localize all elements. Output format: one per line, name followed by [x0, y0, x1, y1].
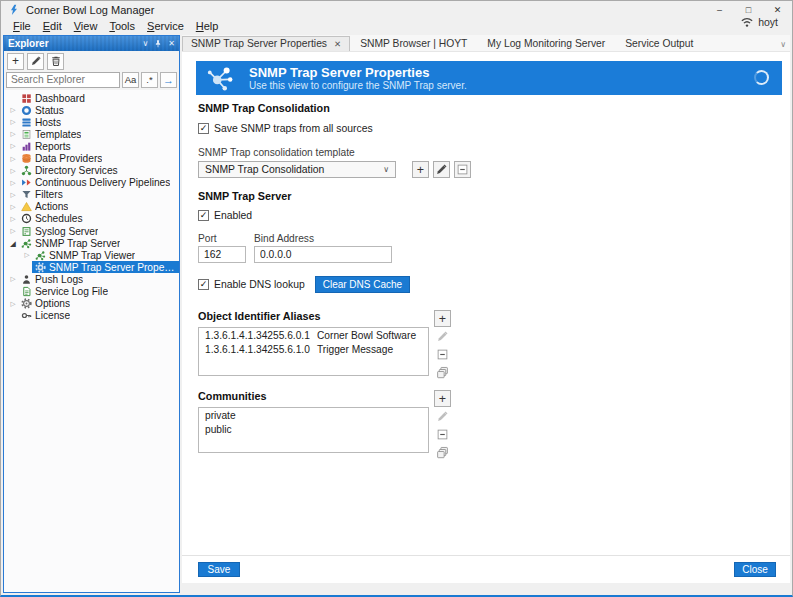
explorer-header: Explorer ∨ ✕	[4, 36, 179, 51]
tree-item-body: Directory Services	[18, 165, 121, 177]
tree-item-label: Service Log File	[35, 286, 108, 297]
edit-community-button[interactable]	[434, 408, 451, 425]
panel-pin-icon[interactable]	[153, 39, 163, 49]
add-template-button[interactable]: +	[412, 161, 429, 178]
community-row[interactable]: public	[199, 422, 428, 436]
expander-icon[interactable]: ▷	[8, 179, 18, 187]
community-name: public	[205, 424, 232, 435]
edit-alias-button[interactable]	[434, 328, 451, 345]
tree-item-filters[interactable]: ▷Filters	[4, 189, 179, 201]
tree-item-label: License	[35, 310, 70, 321]
expander-icon[interactable]: ▷	[22, 251, 32, 259]
tree-item-options[interactable]: ▷Options	[4, 298, 179, 310]
port-input[interactable]	[198, 246, 246, 263]
tree-item-dashboard[interactable]: Dashboard	[4, 92, 179, 104]
tab-snmp-trap-server-properties[interactable]: SNMP Trap Server Properties✕	[182, 36, 350, 51]
menu-item-file[interactable]: File	[7, 20, 37, 32]
add-community-button[interactable]: +	[434, 390, 451, 407]
community-row[interactable]: private	[199, 408, 428, 422]
tree-item-snmp-trap-server[interactable]: ◢SNMP Trap Server	[4, 237, 179, 249]
copy-alias-button[interactable]	[434, 364, 451, 381]
page-subtitle: Use this view to configure the SNMP Trap…	[249, 80, 467, 92]
expander-icon[interactable]: ▷	[8, 118, 18, 126]
tree-item-syslog-server[interactable]: ▷Syslog Server	[4, 225, 179, 237]
expander-icon[interactable]: ▷	[8, 106, 18, 114]
tree-item-data-providers[interactable]: ▷Data Providers	[4, 152, 179, 164]
dns-lookup-checkbox[interactable]: ✓	[198, 279, 209, 290]
search-input[interactable]	[6, 72, 120, 88]
tab-close-icon[interactable]: ✕	[334, 39, 341, 49]
footer-bar: Save Close	[182, 555, 790, 583]
expander-icon[interactable]: ▷	[8, 300, 18, 308]
tab-label: SNMP Browser | HOYT	[360, 38, 467, 49]
save-traps-checkbox[interactable]: ✓	[198, 123, 209, 134]
panel-close-icon[interactable]: ✕	[168, 39, 175, 49]
menu-item-edit[interactable]: Edit	[37, 20, 68, 32]
expander-icon[interactable]: ▷	[8, 227, 18, 235]
expander-icon[interactable]: ▷	[8, 167, 18, 175]
explorer-title: Explorer	[8, 38, 49, 49]
minimize-button[interactable]: –	[705, 1, 734, 19]
enabled-checkbox[interactable]: ✓	[198, 210, 209, 221]
tree-item-body: Syslog Server	[18, 225, 101, 237]
tree-item-reports[interactable]: ▷Reports	[4, 140, 179, 152]
copy-community-button[interactable]	[434, 444, 451, 461]
tab-overflow-chevron-icon[interactable]: ∨	[780, 40, 786, 51]
snmp-trap-viewer-icon	[35, 250, 46, 261]
bind-address-input[interactable]	[254, 246, 392, 263]
tree-item-directory-services[interactable]: ▷Directory Services	[4, 165, 179, 177]
add-button[interactable]: +	[7, 53, 24, 70]
edit-button[interactable]	[27, 53, 44, 70]
tree-item-snmp-trap-server-properties[interactable]: SNMP Trap Server Properties	[4, 261, 179, 273]
expander-icon[interactable]: ▷	[8, 142, 18, 150]
tree-item-schedules[interactable]: ▷Schedules	[4, 213, 179, 225]
save-button[interactable]: Save	[198, 562, 240, 577]
tree-item-hosts[interactable]: ▷Hosts	[4, 116, 179, 128]
tree-item-push-logs[interactable]: ▷Push Logs	[4, 273, 179, 285]
tree-item-continuous-delivery-pipelines[interactable]: ▷Continuous Delivery Pipelines	[4, 177, 179, 189]
tab-snmp-browser-hoyt[interactable]: SNMP Browser | HOYT	[350, 37, 477, 51]
match-case-button[interactable]: Aa	[122, 72, 139, 88]
tab-service-output[interactable]: Service Output	[615, 37, 703, 51]
template-dropdown[interactable]: SNMP Trap Consolidation ∨	[198, 161, 396, 178]
clear-dns-cache-button[interactable]: Clear DNS Cache	[315, 276, 410, 293]
remove-community-button[interactable]	[434, 426, 451, 443]
menu-item-help[interactable]: Help	[190, 20, 225, 32]
expander-icon[interactable]: ▷	[8, 191, 18, 199]
search-go-button[interactable]: →	[160, 72, 177, 88]
expander-icon[interactable]: ◢	[8, 239, 18, 248]
tree-item-body: Status	[18, 104, 67, 116]
enabled-checkbox-row[interactable]: ✓ Enabled	[198, 210, 790, 221]
panel-chevron-down-icon[interactable]: ∨	[142, 39, 148, 49]
tab-my-log-monitoring-server[interactable]: My Log Monitoring Server	[477, 37, 615, 51]
expander-icon[interactable]: ▷	[8, 203, 18, 211]
tree-item-service-log-file[interactable]: Service Log File	[4, 286, 179, 298]
tree-item-snmp-trap-viewer[interactable]: ▷SNMP Trap Viewer	[4, 249, 179, 261]
menu-item-view[interactable]: View	[68, 20, 104, 32]
expander-icon[interactable]: ▷	[8, 215, 18, 223]
expander-icon[interactable]: ▷	[8, 155, 18, 163]
add-alias-button[interactable]: +	[434, 310, 451, 327]
remove-template-button[interactable]	[454, 161, 471, 178]
expander-icon[interactable]: ▷	[8, 130, 18, 138]
regex-button[interactable]: .*	[141, 72, 158, 88]
expander-icon[interactable]: ▷	[8, 275, 18, 283]
alias-row[interactable]: 1.3.6.1.4.1.34255.6.1.0Trigger Message	[199, 342, 428, 356]
menu-item-tools[interactable]: Tools	[103, 20, 141, 32]
dashboard-icon	[21, 93, 32, 104]
tree-item-actions[interactable]: ▷Actions	[4, 201, 179, 213]
save-traps-checkbox-row[interactable]: ✓ Save SNMP traps from all sources	[198, 123, 790, 134]
menu-item-service[interactable]: Service	[141, 20, 190, 32]
alias-row[interactable]: 1.3.6.1.4.1.34255.6.0.1Corner Bowl Softw…	[199, 328, 428, 342]
tree-item-templates[interactable]: ▷Templates	[4, 128, 179, 140]
remove-alias-button[interactable]	[434, 346, 451, 363]
tree-item-status[interactable]: ▷Status	[4, 104, 179, 116]
oid-alias-list[interactable]: 1.3.6.1.4.1.34255.6.0.1Corner Bowl Softw…	[198, 327, 429, 376]
tree-item-body: Dashboard	[18, 92, 88, 104]
close-button[interactable]: Close	[734, 562, 776, 577]
communities-list[interactable]: privatepublic	[198, 407, 429, 453]
delete-button[interactable]	[47, 53, 64, 70]
edit-template-button[interactable]	[433, 161, 450, 178]
loading-spinner-icon	[754, 70, 769, 85]
tree-item-license[interactable]: License	[4, 310, 179, 322]
